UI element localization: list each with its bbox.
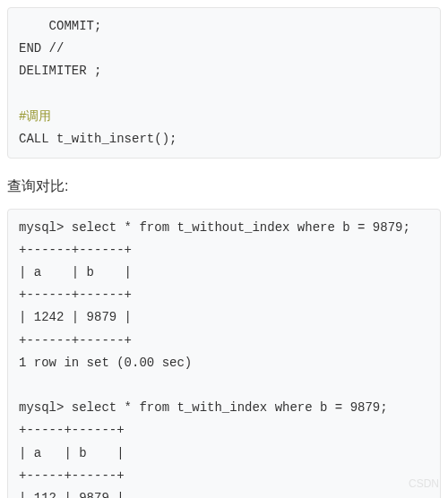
code-line: +-----+------+: [19, 423, 125, 437]
code-line: +-----+------+: [19, 468, 125, 483]
code-line: DELIMITER ;: [19, 64, 101, 78]
code-block-1: COMMIT; END // DELIMITER ; #调用 CALL t_wi…: [7, 7, 441, 159]
code-line: 1 row in set (0.00 sec): [19, 356, 192, 370]
code-line: +------+------+: [19, 288, 147, 302]
code-line: mysql> select * from t_without_index whe…: [19, 220, 410, 235]
code-line: | 112 | 9879 |: [19, 491, 125, 498]
code-line: CALL t_with_insert();: [19, 132, 177, 146]
code-line: +------+------+: [19, 333, 132, 348]
code-line: COMMIT;: [19, 19, 101, 33]
code-line: END //: [19, 41, 64, 56]
code-line: mysql> select * from t_with_index where …: [19, 400, 388, 415]
code-line: | 1242 | 9879 |: [19, 310, 132, 324]
code-line: | a | b |: [19, 265, 132, 279]
code-comment: #调用: [19, 109, 51, 124]
section-heading: 查询对比:: [0, 166, 448, 202]
code-block-2: mysql> select * from t_without_index whe…: [7, 209, 441, 498]
code-line: | a | b |: [19, 446, 125, 460]
code-line: +------+------+: [19, 243, 132, 257]
